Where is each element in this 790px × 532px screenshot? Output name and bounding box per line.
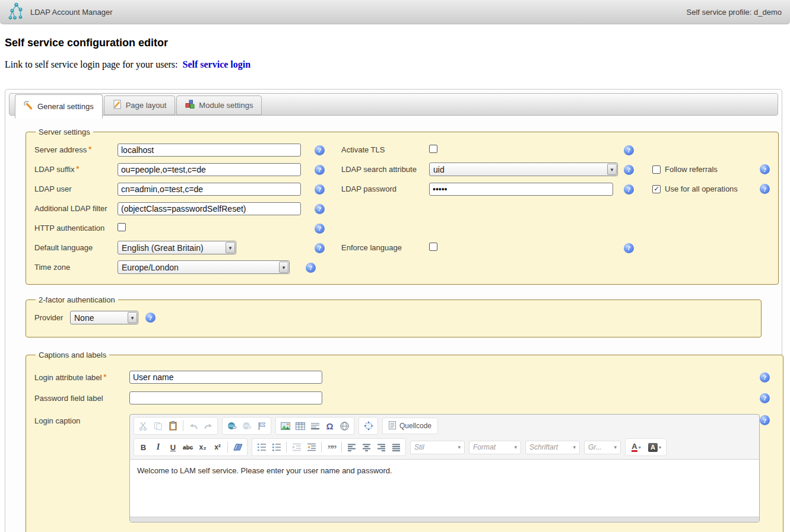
ldap-password-input[interactable] <box>429 183 613 196</box>
help-icon[interactable]: ? <box>760 415 770 425</box>
login-attribute-input[interactable] <box>129 371 322 384</box>
activate-tls-checkbox[interactable] <box>429 145 437 153</box>
ldap-search-attribute-select[interactable]: uid <box>429 163 618 176</box>
align-left-icon[interactable] <box>344 440 359 454</box>
copy-icon[interactable] <box>151 419 166 433</box>
help-icon[interactable]: ? <box>315 184 325 195</box>
server-address-input[interactable] <box>118 144 301 157</box>
app-title: LDAP Account Manager <box>30 8 113 17</box>
bold-icon[interactable]: B <box>136 440 151 454</box>
help-icon[interactable]: ? <box>624 165 634 175</box>
follow-referrals-checkbox[interactable] <box>652 165 661 174</box>
login-caption-editor: Ω Quellcode <box>129 414 760 523</box>
source-button[interactable]: Quellcode <box>382 418 438 434</box>
enforce-language-checkbox[interactable] <box>429 243 437 251</box>
captions-legend: Captions and labels <box>36 351 109 359</box>
remove-format-eraser-icon[interactable] <box>230 440 245 454</box>
ldap-filter-input[interactable] <box>118 202 301 215</box>
login-caption-label: Login caption <box>34 414 129 425</box>
select-arrow-icon[interactable] <box>128 312 137 323</box>
italic-icon[interactable]: I <box>151 440 166 454</box>
strikethrough-icon[interactable]: abc <box>180 440 195 454</box>
page-title: Self service configuration editor <box>5 37 790 49</box>
time-zone-select[interactable]: Europe/London <box>118 260 290 274</box>
indent-icon[interactable] <box>304 440 319 454</box>
help-icon[interactable]: ? <box>315 243 325 253</box>
help-icon[interactable]: ? <box>760 393 770 403</box>
font-combo[interactable]: Schriftart <box>525 441 580 454</box>
special-character-icon[interactable]: Ω <box>322 419 337 433</box>
background-color-button[interactable]: A▾ <box>645 440 664 454</box>
help-icon[interactable]: ? <box>145 313 156 323</box>
unlink-icon[interactable] <box>239 419 254 433</box>
help-icon[interactable]: ? <box>315 224 325 234</box>
tab-module-settings[interactable]: Module settings <box>176 95 262 115</box>
source-button-label: Quellcode <box>399 422 432 430</box>
profile-label: Self service profile: d_demo <box>687 8 782 17</box>
maximize-icon[interactable] <box>361 419 376 433</box>
ldap-filter-label: Additional LDAP filter <box>34 204 118 213</box>
image-icon[interactable] <box>278 419 293 433</box>
help-icon[interactable]: ? <box>624 184 634 195</box>
align-center-icon[interactable] <box>359 440 374 454</box>
help-icon[interactable]: ? <box>760 164 770 174</box>
text-color-button[interactable]: A▾ <box>627 440 645 454</box>
size-combo[interactable]: Gr... <box>584 441 621 454</box>
ldap-suffix-input[interactable] <box>118 163 301 176</box>
tab-label: Module settings <box>199 101 253 110</box>
numbered-list-icon[interactable] <box>254 440 269 454</box>
help-icon[interactable]: ? <box>315 145 325 155</box>
select-value: English (Great Britain) <box>122 243 204 253</box>
help-icon[interactable]: ? <box>624 145 634 155</box>
default-language-row: Default language English (Great Britain)… <box>34 238 770 257</box>
editor-content-area[interactable]: Welcome to LAM self service. Please ente… <box>130 459 759 517</box>
provider-select[interactable]: None <box>70 311 138 324</box>
editor-bottom-bar <box>130 517 759 522</box>
redo-icon[interactable] <box>201 419 215 433</box>
default-language-select[interactable]: English (Great Britain) <box>118 241 236 254</box>
http-auth-label: HTTP authentication <box>34 224 118 232</box>
help-icon[interactable]: ? <box>624 243 634 253</box>
tab-general-settings[interactable]: General settings <box>15 94 103 119</box>
underline-icon[interactable]: U <box>166 440 180 454</box>
link-icon[interactable] <box>224 419 239 433</box>
help-icon[interactable]: ? <box>760 372 770 383</box>
select-arrow-icon[interactable] <box>226 242 235 253</box>
use-all-operations-label: Use for all operations <box>665 184 738 193</box>
bulleted-list-icon[interactable] <box>269 440 284 454</box>
align-justify-icon[interactable] <box>389 440 404 454</box>
config-panel: General settings Page layout Module se <box>5 89 782 532</box>
table-icon[interactable] <box>293 419 307 433</box>
cut-icon[interactable] <box>136 419 151 433</box>
password-field-input[interactable] <box>129 391 322 404</box>
style-combo[interactable]: Stil <box>410 441 465 454</box>
help-icon[interactable]: ? <box>315 204 325 214</box>
help-icon[interactable]: ? <box>315 165 325 175</box>
http-auth-checkbox[interactable] <box>118 223 126 231</box>
superscript-icon[interactable]: x² <box>210 440 225 454</box>
undo-icon[interactable] <box>186 419 201 433</box>
format-combo[interactable]: Format <box>469 441 521 454</box>
align-right-icon[interactable] <box>374 440 389 454</box>
iframe-globe-icon[interactable] <box>337 419 352 433</box>
blockquote-icon[interactable]: ”” <box>324 440 339 454</box>
wrench-icon <box>24 101 33 112</box>
select-arrow-icon[interactable] <box>279 262 288 273</box>
required-icon: * <box>76 165 79 173</box>
help-icon[interactable]: ? <box>306 263 316 273</box>
help-icon[interactable]: ? <box>760 184 770 194</box>
ldap-user-input[interactable] <box>118 183 301 196</box>
tab-label: General settings <box>37 102 94 111</box>
horizontal-rule-icon[interactable] <box>307 419 322 433</box>
anchor-flag-icon[interactable] <box>254 419 269 433</box>
activate-tls-label: Activate TLS <box>341 145 429 154</box>
use-all-operations-checkbox[interactable]: ✓ <box>652 185 661 193</box>
select-arrow-icon[interactable] <box>607 164 617 175</box>
subscript-icon[interactable]: x₂ <box>195 440 210 454</box>
outdent-icon[interactable] <box>289 440 304 454</box>
ldap-user-label: LDAP user <box>34 184 118 193</box>
tab-page-layout[interactable]: Page layout <box>104 95 176 115</box>
paste-icon[interactable] <box>166 419 180 433</box>
two-factor-fieldset: 2-factor authentication Provider None ? <box>26 295 762 337</box>
self-service-login-link[interactable]: Self service login <box>182 59 250 69</box>
